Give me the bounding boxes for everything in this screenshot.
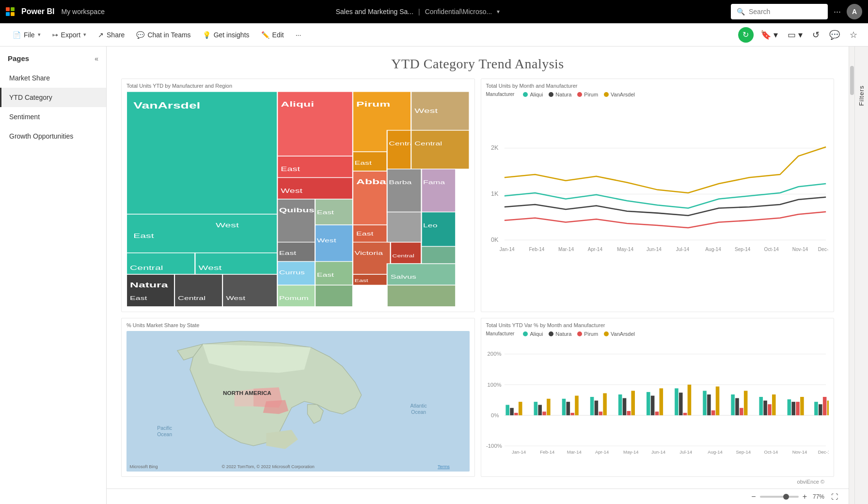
- sidebar-item-market-share[interactable]: Market Share: [0, 68, 106, 88]
- nav-chevron-icon[interactable]: ▾: [497, 8, 500, 15]
- svg-rect-146: [800, 397, 804, 415]
- svg-text:East: East: [356, 231, 373, 237]
- zoom-thumb[interactable]: [783, 494, 789, 500]
- svg-text:Central: Central: [178, 296, 205, 301]
- main-scrollbar[interactable]: [849, 47, 854, 504]
- svg-rect-149: [822, 397, 826, 415]
- line-chart-area: 2K 1K 0K: [486, 99, 829, 305]
- treemap-container[interactable]: VanArsdel East West Central West: [126, 92, 470, 307]
- svg-rect-63: [387, 212, 422, 242]
- get-insights-button[interactable]: 💡 Get insights: [198, 28, 254, 42]
- edit-button[interactable]: ✏️ Edit: [256, 28, 289, 42]
- svg-text:Natura: Natura: [130, 281, 168, 289]
- nav-center: Sales and Marketing Sa... | Confidential…: [105, 8, 731, 16]
- svg-text:Barba: Barba: [389, 179, 412, 185]
- reload-button[interactable]: ↺: [809, 27, 822, 43]
- svg-rect-130: [687, 385, 691, 415]
- svg-rect-59: [421, 212, 456, 247]
- file-button[interactable]: 📄 File ▾: [8, 28, 46, 42]
- fit-screen-button[interactable]: ⛶: [828, 490, 841, 504]
- svg-rect-148: [819, 404, 822, 415]
- comment-button[interactable]: 💬: [826, 27, 843, 43]
- svg-rect-109: [542, 411, 546, 415]
- sidebar-item-growth[interactable]: Growth Opportunities: [0, 126, 106, 146]
- toolbar-right: ↻ 🔖 ▾ ▭ ▾ ↺ 💬 ☆: [738, 27, 860, 43]
- map-container[interactable]: NORTH AMERICA Pacific Ocean Atlantic Oce…: [126, 331, 470, 472]
- ms-logo: Power BI: [6, 7, 54, 16]
- workspace-label[interactable]: My workspace: [61, 8, 104, 16]
- svg-text:1K: 1K: [491, 190, 499, 197]
- svg-rect-119: [618, 394, 622, 415]
- svg-text:Central: Central: [392, 253, 414, 258]
- avatar[interactable]: A: [847, 4, 862, 19]
- svg-rect-142: [772, 394, 776, 415]
- svg-text:West: West: [226, 296, 245, 301]
- sidebar-item-sentiment[interactable]: Sentiment: [0, 107, 106, 126]
- svg-rect-141: [768, 404, 772, 415]
- svg-rect-112: [566, 402, 570, 415]
- svg-text:Aug-14: Aug-14: [708, 449, 723, 455]
- view-button[interactable]: ▭ ▾: [785, 27, 805, 43]
- svg-rect-143: [787, 399, 791, 415]
- svg-text:Aug-14: Aug-14: [705, 247, 721, 252]
- svg-rect-150: [827, 400, 829, 415]
- svg-text:VanArsdel: VanArsdel: [133, 101, 200, 111]
- nav-separator: |: [418, 8, 420, 16]
- svg-text:Jan-14: Jan-14: [512, 449, 526, 455]
- svg-rect-51: [353, 242, 391, 275]
- collapse-sidebar-button[interactable]: «: [95, 55, 98, 63]
- svg-text:Nov-14: Nov-14: [792, 247, 808, 252]
- svg-rect-66: [421, 247, 456, 264]
- refresh-button[interactable]: ↻: [738, 27, 754, 43]
- sidebar-item-ytd-category[interactable]: YTD Category: [0, 88, 106, 107]
- share-button[interactable]: ↗ Share: [93, 28, 129, 42]
- line-chart-title: Total Units by Month and Manufacturer: [486, 83, 829, 89]
- svg-text:Apr-14: Apr-14: [587, 247, 602, 252]
- svg-rect-45: [411, 130, 469, 169]
- svg-text:Jul-14: Jul-14: [676, 247, 689, 252]
- svg-text:East: East: [354, 160, 371, 166]
- svg-text:East: East: [281, 166, 300, 173]
- zoom-out-button[interactable]: −: [751, 492, 756, 501]
- search-box[interactable]: 🔍: [731, 4, 828, 19]
- svg-rect-121: [627, 411, 631, 415]
- more-toolbar-button[interactable]: ···: [291, 28, 306, 42]
- export-button[interactable]: ↦ Export ▾: [47, 28, 91, 42]
- svg-text:East: East: [317, 272, 334, 278]
- zoom-slider[interactable]: [760, 496, 799, 498]
- svg-rect-139: [759, 397, 763, 415]
- main-layout: Pages « Market Share YTD Category Sentim…: [0, 47, 868, 504]
- svg-rect-36: [315, 285, 353, 306]
- legend-pirum: Pirum: [577, 92, 598, 97]
- zoom-in-button[interactable]: +: [803, 492, 807, 501]
- bookmark-button[interactable]: 🔖 ▾: [758, 27, 781, 43]
- svg-text:Aliqui: Aliqui: [281, 100, 314, 108]
- more-options-button[interactable]: ···: [834, 7, 841, 17]
- filters-panel[interactable]: Filters: [854, 47, 868, 504]
- bar-chart-area: 200% 100% 0% -100%: [486, 339, 829, 465]
- svg-text:Pacific: Pacific: [157, 425, 172, 431]
- scroll-thumb[interactable]: [850, 66, 854, 95]
- search-input[interactable]: [749, 8, 817, 16]
- svg-rect-118: [603, 393, 607, 415]
- svg-text:Pirum: Pirum: [356, 100, 390, 108]
- svg-rect-116: [594, 400, 598, 415]
- svg-text:West: West: [317, 237, 336, 243]
- svg-text:Salvus: Salvus: [391, 274, 416, 280]
- favorite-button[interactable]: ☆: [847, 27, 860, 43]
- svg-rect-113: [570, 413, 574, 415]
- svg-text:May-14: May-14: [617, 247, 633, 252]
- svg-rect-144: [791, 402, 795, 415]
- svg-rect-117: [599, 411, 602, 415]
- chat-teams-button[interactable]: 💬 Chat in Teams: [131, 28, 195, 42]
- svg-rect-135: [731, 394, 735, 415]
- treemap-panel: Total Units YTD by Manufacturer and Regi…: [121, 79, 475, 312]
- report-copyright: obviEnce ©: [797, 479, 824, 485]
- svg-rect-138: [743, 391, 747, 415]
- bar-legend-natura: Natura: [549, 331, 571, 337]
- svg-rect-110: [547, 399, 551, 415]
- svg-text:West: West: [199, 264, 222, 271]
- svg-text:East: East: [279, 250, 296, 256]
- top-nav: Power BI My workspace Sales and Marketin…: [0, 0, 868, 23]
- svg-rect-22: [277, 199, 315, 242]
